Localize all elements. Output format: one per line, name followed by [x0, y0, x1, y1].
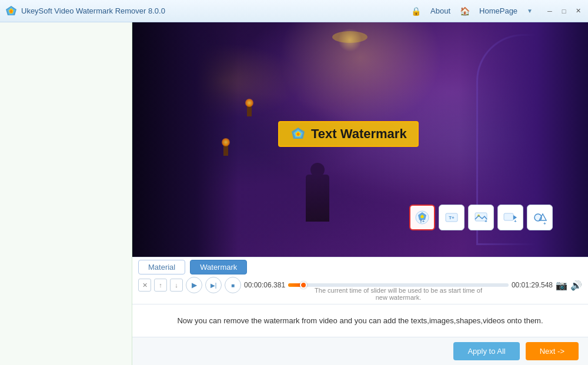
title-bar-right: 🔒 About 🏠 HomePage ▼ ─ □ ✕ — [411, 6, 583, 16]
home-icon: 🏠 — [460, 6, 470, 16]
watermark-tab[interactable]: Watermark — [190, 260, 247, 274]
lock-icon: 🔒 — [411, 6, 421, 16]
homepage-label: HomePage — [479, 6, 517, 15]
volume-icon[interactable]: 🔊 — [570, 280, 582, 291]
footer-bar: Apply to All Next -> — [132, 337, 588, 365]
info-bar: Now you can remove the watermark from vi… — [132, 304, 588, 337]
character-silhouette — [306, 175, 329, 222]
image-watermark-icon: + — [473, 210, 489, 225]
controls-bar: Material Watermark ✕ ↑ ↓ ▶ ▶| ■ 00:00:06… — [132, 257, 588, 304]
hint-text: The current time of slider will be used … — [310, 287, 487, 301]
shape-watermark-icon: + — [532, 210, 547, 225]
chandelier-light — [338, 28, 362, 52]
svg-text:T+: T+ — [420, 219, 425, 223]
watermark-logo-icon — [290, 126, 306, 142]
close-button[interactable]: ✕ — [573, 6, 583, 16]
title-bar: UkeySoft Video Watermark Remover 8.0.0 🔒… — [0, 0, 588, 22]
toolbar-icons-row: T+ T+ — [409, 205, 553, 230]
watermark-text-label: Text Watermark — [311, 126, 407, 142]
time-current: 00:00:06.381 — [244, 281, 285, 289]
sidebar — [0, 22, 132, 365]
controls-bottom-row: ✕ ↑ ↓ ▶ ▶| ■ 00:00:06.381 The current ti… — [138, 277, 582, 293]
next-button[interactable]: Next -> — [526, 342, 579, 360]
dropdown-icon[interactable]: ▼ — [527, 8, 533, 14]
about-link[interactable]: About — [430, 6, 450, 15]
app-icon — [5, 5, 18, 18]
video-watermark-icon: + — [503, 210, 518, 225]
chandelier-body — [332, 31, 368, 43]
svg-text:+: + — [485, 219, 487, 224]
move-down-button[interactable]: ↓ — [170, 279, 183, 292]
chandelier — [315, 25, 385, 61]
restore-button[interactable]: □ — [559, 6, 569, 16]
svg-text:T+: T+ — [449, 215, 455, 220]
move-up-button[interactable]: ↑ — [154, 279, 167, 292]
text-watermark-icon: T+ — [415, 210, 430, 225]
add-text-icon: T+ — [444, 210, 459, 225]
image-watermark-button[interactable]: + — [468, 205, 494, 230]
svg-text:+: + — [514, 219, 517, 224]
play-button[interactable]: ▶ — [186, 277, 202, 293]
add-text-button[interactable]: T+ — [439, 205, 465, 230]
text-watermark-button[interactable]: T+ — [409, 205, 435, 230]
title-btn-group: 🔒 About 🏠 HomePage ▼ — [411, 6, 533, 16]
window-controls: ─ □ ✕ — [544, 6, 583, 16]
progress-thumb — [300, 282, 307, 289]
material-tab[interactable]: Material — [138, 260, 185, 274]
about-label: About — [430, 6, 450, 15]
video-player: Text Watermark T+ — [132, 22, 588, 257]
apply-to-all-button[interactable]: Apply to All — [453, 342, 519, 360]
progress-bar[interactable]: The current time of slider will be used … — [288, 283, 509, 287]
torch-1 — [223, 144, 228, 156]
shape-watermark-button[interactable]: + — [527, 205, 553, 230]
svg-text:+: + — [543, 221, 546, 225]
screenshot-icon[interactable]: 📷 — [556, 280, 567, 291]
minimize-button[interactable]: ─ — [544, 6, 555, 16]
step-forward-button[interactable]: ▶| — [205, 277, 222, 293]
main-content: Text Watermark T+ — [0, 22, 588, 365]
stop-button[interactable]: ■ — [225, 277, 241, 293]
app-title: UkeySoft Video Watermark Remover 8.0.0 — [21, 6, 165, 15]
time-end: 00:01:29.548 — [512, 281, 553, 289]
video-watermark-button[interactable]: + — [497, 205, 523, 230]
info-message: Now you can remove the watermark from vi… — [177, 316, 543, 325]
video-background: Text Watermark T+ — [132, 22, 588, 257]
controls-top: Material Watermark — [138, 260, 582, 274]
svg-rect-18 — [504, 213, 513, 220]
title-bar-left: UkeySoft Video Watermark Remover 8.0.0 — [5, 5, 411, 18]
delete-button[interactable]: ✕ — [138, 279, 151, 292]
torch-2 — [247, 105, 252, 116]
watermark-overlay: Text Watermark — [278, 121, 419, 147]
video-section: Text Watermark T+ — [132, 22, 588, 365]
homepage-link[interactable]: HomePage — [479, 6, 517, 15]
